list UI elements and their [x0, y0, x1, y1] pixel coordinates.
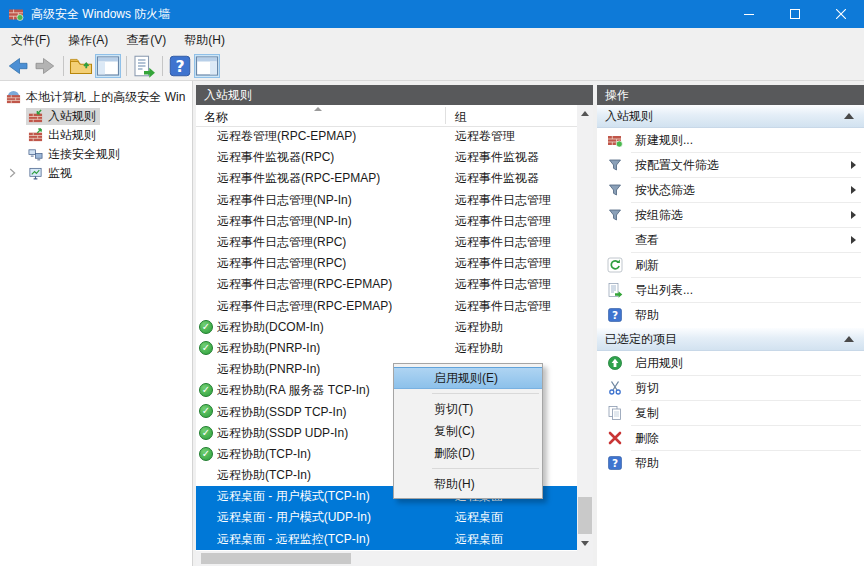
window-title: 高级安全 Windows 防火墙 [31, 6, 170, 23]
action-item[interactable]: 新建规则... [597, 128, 864, 153]
menu-file[interactable]: 文件(F) [2, 29, 59, 52]
table-row[interactable]: 远程事件日志管理(RPC)远程事件日志管理 [196, 232, 577, 253]
maximize-button[interactable] [772, 0, 818, 28]
minimize-button[interactable] [726, 0, 772, 28]
rule-group: 远程桌面 [455, 509, 503, 526]
menu-view[interactable]: 查看(V) [117, 29, 175, 52]
action-item[interactable]: 复制 [597, 401, 864, 426]
filter-icon [607, 182, 623, 198]
up-folder-icon [69, 54, 93, 78]
tree-item-label: 本地计算机 上的高级安全 Win [26, 89, 185, 106]
action-item[interactable]: 按配置文件筛选 [597, 153, 864, 178]
tree-item-outbound-rules[interactable]: 出站规则 [0, 126, 192, 145]
column-header-name[interactable]: 名称 [204, 109, 228, 126]
context-menu-item[interactable]: 复制(C) [394, 420, 542, 442]
tree-item-root[interactable]: 本地计算机 上的高级安全 Win [0, 88, 192, 107]
action-item-label: 删除 [635, 430, 659, 447]
menu-action[interactable]: 操作(A) [59, 29, 117, 52]
table-row[interactable]: 远程事件日志管理(RPC-EPMAP)远程事件日志管理 [196, 274, 577, 295]
back-button[interactable] [5, 54, 31, 78]
submenu-arrow-icon [851, 211, 856, 219]
enable-rule-icon [607, 355, 623, 371]
menu-help[interactable]: 帮助(H) [175, 29, 234, 52]
action-item[interactable]: 剪切 [597, 376, 864, 401]
rule-name: 远程协助(DCOM-In) [217, 319, 324, 336]
close-button[interactable] [818, 0, 864, 28]
action-item[interactable]: 查看 [597, 228, 864, 253]
rule-group: 远程事件日志管理 [455, 234, 551, 251]
scroll-down-icon[interactable] [577, 535, 593, 551]
rule-group: 远程事件日志管理 [455, 298, 551, 315]
action-item[interactable]: 导出列表... [597, 278, 864, 303]
export-list-button[interactable] [131, 54, 157, 78]
table-row[interactable]: 远程事件日志管理(RPC-EPMAP)远程事件日志管理 [196, 296, 577, 317]
horizontal-scroll-thumb[interactable] [201, 553, 351, 564]
action-item[interactable]: 删除 [597, 426, 864, 451]
tree-item-body: 本地计算机 上的高级安全 Win [4, 89, 189, 106]
actions-section-header-selected-items[interactable]: 已选定的项目 [597, 328, 864, 351]
collapse-up-icon[interactable] [844, 336, 854, 342]
section-title: 已选定的项目 [605, 332, 677, 346]
back-arrow-icon [6, 54, 30, 78]
action-item[interactable]: 按组筛选 [597, 203, 864, 228]
column-header-group[interactable]: 组 [455, 109, 467, 126]
table-row[interactable]: 远程事件日志管理(NP-In)远程事件日志管理 [196, 211, 577, 232]
actions-section-header-inbound-rules[interactable]: 入站规则 [597, 105, 864, 128]
show-console-tree-button[interactable] [95, 54, 121, 78]
copy-icon [607, 405, 623, 421]
table-row[interactable]: ✓远程协助(DCOM-In)远程协助 [196, 317, 577, 338]
tree-item-label: 监视 [48, 165, 72, 182]
tree-item-inbound-rules[interactable]: 入站规则 [0, 107, 192, 126]
context-menu-item[interactable]: 删除(D) [394, 442, 542, 464]
rule-name: 远程桌面 - 用户模式(TCP-In) [217, 488, 370, 505]
table-row[interactable]: 远程卷管理(RPC-EPMAP)远程卷管理 [196, 126, 577, 147]
action-item-label: 按配置文件筛选 [635, 157, 719, 174]
rule-group: 远程协助 [455, 319, 503, 336]
tree-item-body: 监视 [26, 165, 76, 182]
column-divider[interactable] [445, 107, 446, 124]
rule-group: 远程事件监视器 [455, 170, 539, 187]
expander-chevron-icon[interactable] [5, 166, 19, 180]
table-row[interactable]: 远程事件日志管理(NP-In)远程事件日志管理 [196, 190, 577, 211]
toolbar-separator [162, 56, 163, 76]
rule-group: 远程卷管理 [455, 128, 515, 145]
vertical-scrollbar[interactable] [577, 105, 593, 551]
tree-item-connection-security[interactable]: 连接安全规则 [0, 145, 192, 164]
table-row[interactable]: 远程桌面 - 远程监控(TCP-In)远程桌面 [196, 529, 577, 550]
table-row[interactable]: 远程事件日志管理(RPC)远程事件日志管理 [196, 253, 577, 274]
help-icon: ? [607, 307, 623, 323]
action-item[interactable]: 按状态筛选 [597, 178, 864, 203]
table-row[interactable]: 远程桌面 - 用户模式(UDP-In)远程桌面 [196, 507, 577, 528]
context-menu-item[interactable]: 启用规则(E) [394, 367, 542, 389]
table-row[interactable]: 远程事件监视器(RPC)远程事件监视器 [196, 147, 577, 168]
collapse-up-icon[interactable] [844, 113, 854, 119]
help-button[interactable]: ? [167, 54, 193, 78]
tree-item-label: 连接安全规则 [48, 146, 120, 163]
action-item[interactable]: ?帮助 [597, 303, 864, 328]
show-action-pane-button[interactable] [194, 54, 220, 78]
action-item[interactable]: ?帮助 [597, 451, 864, 476]
vertical-scroll-thumb[interactable] [578, 497, 592, 534]
action-item[interactable]: 启用规则 [597, 351, 864, 376]
action-pane-icon [195, 54, 219, 78]
context-menu-item[interactable]: 帮助(H) [394, 473, 542, 495]
action-item[interactable]: 刷新 [597, 253, 864, 278]
horizontal-scrollbar[interactable] [196, 551, 593, 566]
context-menu-item[interactable]: 剪切(T) [394, 398, 542, 420]
action-item-label: 按状态筛选 [635, 182, 695, 199]
tree-item-monitoring[interactable]: 监视 [0, 164, 192, 183]
rule-name: 远程卷管理(RPC-EPMAP) [217, 128, 356, 145]
rule-enabled-check-icon: ✓ [199, 320, 213, 334]
table-row[interactable]: 远程事件监视器(RPC-EPMAP)远程事件监视器 [196, 168, 577, 189]
forward-button[interactable] [32, 54, 58, 78]
rule-name: 远程事件日志管理(RPC-EPMAP) [217, 276, 392, 293]
menu-separator [432, 468, 539, 469]
help-icon: ? [607, 455, 623, 471]
toolbar: ? [0, 52, 864, 81]
table-row[interactable]: ✓远程协助(PNRP-In)远程协助 [196, 338, 577, 359]
rule-group: 远程事件日志管理 [455, 192, 551, 209]
filter-icon [607, 157, 623, 173]
scroll-up-icon[interactable] [577, 105, 593, 121]
up-one-level-button[interactable] [68, 54, 94, 78]
action-item-label: 复制 [635, 405, 659, 422]
